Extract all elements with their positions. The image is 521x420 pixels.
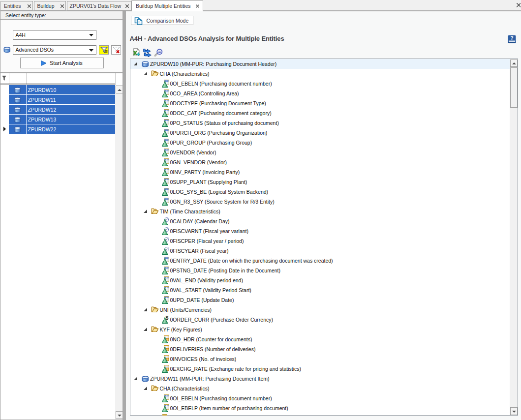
svg-text:?: ? (510, 35, 513, 41)
